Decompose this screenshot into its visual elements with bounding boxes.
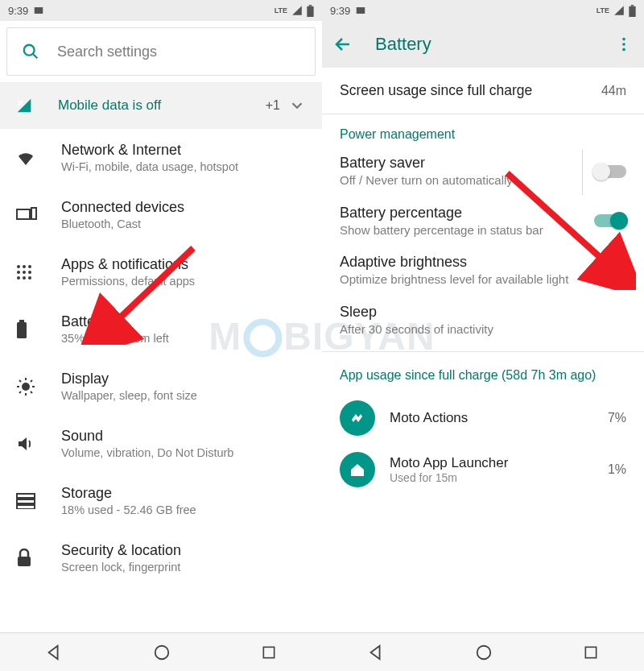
svg-point-10 xyxy=(23,265,26,268)
svg-point-11 xyxy=(28,265,31,268)
status-notification-icon xyxy=(33,5,44,16)
item-title: Display xyxy=(61,371,306,387)
svg-rect-1 xyxy=(307,6,313,16)
nav-recent-icon[interactable] xyxy=(261,644,277,661)
nav-back-icon[interactable] xyxy=(367,644,385,661)
settings-item-network[interactable]: Network & Internet Wi-Fi, mobile, data u… xyxy=(0,129,322,186)
app-percent: 1% xyxy=(608,462,626,477)
status-lte-icon: LTE xyxy=(597,6,609,14)
svg-point-15 xyxy=(17,276,20,280)
brightness-icon xyxy=(16,377,35,396)
item-title: Connected devices xyxy=(61,199,306,216)
app-bar: Battery xyxy=(322,21,644,68)
svg-point-16 xyxy=(23,276,26,280)
svg-point-34 xyxy=(622,48,625,52)
settings-item-storage[interactable]: Storage 18% used - 52.46 GB free xyxy=(0,472,322,529)
screen-usage-label: Screen usage since full charge xyxy=(340,82,532,99)
row-sub: Off / Never turn on automatically xyxy=(340,172,581,188)
settings-item-sound[interactable]: Sound Volume, vibration, Do Not Disturb xyxy=(0,415,322,472)
row-sub: Optimize brightness level for available … xyxy=(340,271,581,288)
search-settings[interactable]: Search settings xyxy=(6,27,316,76)
svg-rect-21 xyxy=(17,494,35,498)
svg-rect-18 xyxy=(17,322,27,338)
svg-rect-26 xyxy=(263,647,274,657)
screenshot-pair: 9:39 LTE Search settings Mobile data is … xyxy=(0,0,644,671)
svg-point-35 xyxy=(477,645,491,659)
status-time: 9:39 xyxy=(8,5,28,17)
svg-point-12 xyxy=(17,271,20,274)
svg-rect-29 xyxy=(629,6,635,16)
item-title: Apps & notifications xyxy=(61,256,306,273)
item-title: Sound xyxy=(61,428,306,445)
app-usage-row-moto-actions[interactable]: Moto Actions 7% xyxy=(322,392,644,444)
svg-rect-22 xyxy=(17,499,35,503)
item-title: Storage xyxy=(61,485,306,502)
nav-home-icon[interactable] xyxy=(475,644,493,661)
item-sub: Wi-Fi, mobile, data usage, hotspot xyxy=(61,160,306,173)
back-arrow-icon[interactable] xyxy=(333,35,353,54)
battery-icon xyxy=(629,5,636,17)
svg-point-20 xyxy=(22,383,30,391)
nav-home-icon[interactable] xyxy=(153,644,171,661)
app-percent: 7% xyxy=(608,411,626,425)
nav-recent-icon[interactable] xyxy=(583,644,599,661)
svg-point-3 xyxy=(24,45,35,56)
storage-icon xyxy=(16,493,35,509)
section-power-management: Power management xyxy=(322,114,644,147)
item-sub: 18% used - 52.46 GB free xyxy=(61,503,306,516)
battery-percentage-toggle[interactable] xyxy=(594,214,626,227)
app-title: Moto App Launcher xyxy=(390,455,608,471)
svg-point-25 xyxy=(155,645,169,659)
app-usage-row-moto-launcher[interactable]: Moto App Launcher Used for 15m 1% xyxy=(322,444,644,489)
devices-icon xyxy=(16,207,37,223)
adaptive-brightness-toggle[interactable] xyxy=(594,264,626,277)
row-sub: Show battery percentage in status bar xyxy=(340,222,581,238)
nav-back-icon[interactable] xyxy=(45,644,63,661)
status-notification-icon xyxy=(355,5,366,16)
app-icon xyxy=(340,400,375,436)
svg-rect-0 xyxy=(35,7,43,14)
chevron-down-icon[interactable] xyxy=(288,97,306,114)
settings-item-connected-devices[interactable]: Connected devices Bluetooth, Cast xyxy=(0,186,322,243)
settings-item-display[interactable]: Display Wallpaper, sleep, font size xyxy=(0,358,322,415)
signal-icon xyxy=(291,5,303,16)
divider-vertical xyxy=(582,150,583,195)
screen-usage-row[interactable]: Screen usage since full charge 44m xyxy=(322,68,644,114)
watermark: M BIGYAN xyxy=(208,313,435,358)
item-sub: Volume, vibration, Do Not Disturb xyxy=(61,446,306,459)
svg-point-17 xyxy=(28,276,31,280)
battery-icon xyxy=(307,5,314,17)
settings-item-security[interactable]: Security & location Screen lock, fingerp… xyxy=(0,529,322,577)
svg-point-32 xyxy=(622,38,625,41)
mobile-data-banner[interactable]: Mobile data is off +1 xyxy=(0,82,322,129)
item-title: Network & Internet xyxy=(61,142,306,159)
battery-saver-row[interactable]: Battery saver Off / Never turn on automa… xyxy=(322,147,644,197)
battery-saver-toggle[interactable] xyxy=(594,165,626,178)
svg-rect-23 xyxy=(17,505,35,509)
wifi-icon xyxy=(16,148,35,168)
sound-icon xyxy=(16,434,35,454)
lock-icon xyxy=(16,549,32,568)
svg-rect-8 xyxy=(31,208,36,219)
item-sub: Wallpaper, sleep, font size xyxy=(61,389,306,402)
watermark-o-icon xyxy=(243,319,282,358)
row-title: Adaptive brightness xyxy=(340,254,581,271)
apps-icon xyxy=(16,264,32,280)
section-app-usage: App usage since full charge (58d 7h 3m a… xyxy=(322,352,644,392)
watermark-suffix: BIGYAN xyxy=(283,313,435,358)
svg-rect-19 xyxy=(19,320,24,322)
overflow-menu-icon[interactable] xyxy=(615,35,633,53)
watermark-prefix: M xyxy=(208,313,242,358)
settings-item-apps[interactable]: Apps & notifications Permissions, defaul… xyxy=(0,243,322,300)
banner-label: Mobile data is off xyxy=(58,97,266,114)
banner-extra-count: +1 xyxy=(266,98,280,113)
svg-rect-24 xyxy=(18,557,31,566)
app-sub: Used for 15m xyxy=(390,471,608,484)
status-bar: 9:39 LTE xyxy=(0,0,322,21)
battery-icon xyxy=(16,320,27,339)
battery-percentage-row[interactable]: Battery percentage Show battery percenta… xyxy=(322,197,644,246)
item-title: Security & location xyxy=(61,542,306,559)
row-title: Battery percentage xyxy=(340,205,581,222)
signal-off-icon xyxy=(16,97,32,114)
adaptive-brightness-row[interactable]: Adaptive brightness Optimize brightness … xyxy=(322,246,644,296)
